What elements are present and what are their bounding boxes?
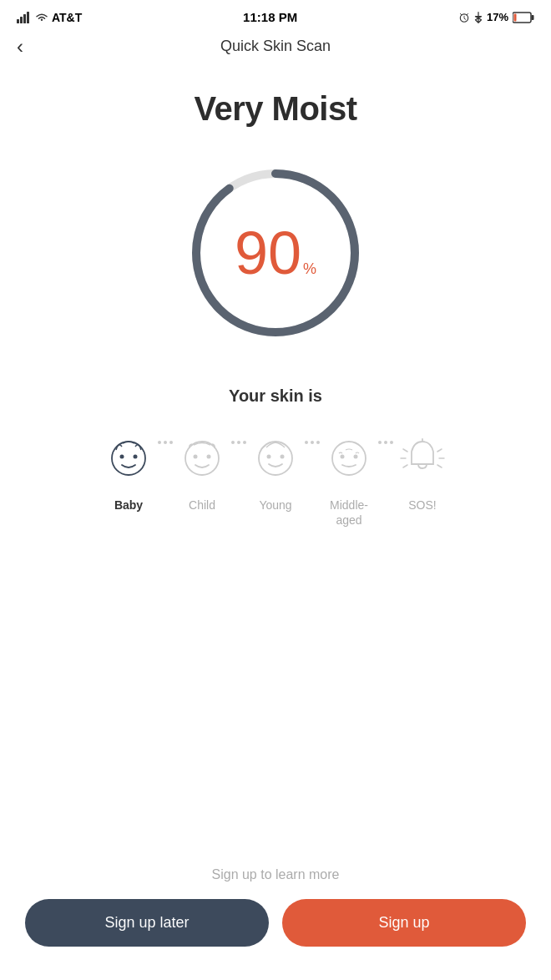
skin-type-sos[interactable]: SOS! [393, 431, 452, 513]
middle-aged-icon [324, 435, 374, 485]
dots-4 [378, 431, 393, 471]
nav-bar: ‹ Quick Skin Scan [0, 31, 551, 65]
svg-rect-2 [23, 14, 26, 23]
skin-type-child[interactable]: Child [173, 431, 231, 513]
page-title: Quick Skin Scan [220, 38, 331, 55]
middle-aged-icon-wrap [320, 431, 378, 489]
svg-point-12 [134, 455, 138, 459]
back-button[interactable]: ‹ [17, 35, 23, 58]
skin-type-baby[interactable]: Baby [99, 431, 158, 513]
status-bar: AT&T 11:18 PM 17% [0, 0, 551, 31]
child-label: Child [189, 498, 215, 513]
sign-up-button[interactable]: Sign up [282, 899, 526, 947]
young-label: Young [259, 498, 291, 513]
signal-icon [17, 12, 32, 23]
skin-types-row: Baby Child [17, 431, 534, 528]
dots-2 [231, 431, 246, 471]
main-content: Very Moist 90 % Your skin is [0, 65, 551, 867]
bluetooth-icon [474, 12, 483, 23]
battery-icon [513, 12, 534, 23]
svg-rect-7 [514, 13, 517, 21]
button-row: Sign up later Sign up [25, 899, 526, 947]
middle-aged-label: Middle-aged [330, 498, 368, 528]
skin-section-label: Your skin is [229, 386, 322, 406]
result-label: Very Moist [194, 90, 356, 128]
gauge-center: 90 % [235, 223, 316, 283]
sos-icon [397, 435, 447, 485]
svg-point-19 [332, 442, 366, 475]
skin-type-middle-aged[interactable]: Middle-aged [320, 431, 378, 528]
sos-icon-wrap [393, 431, 452, 489]
svg-rect-3 [27, 12, 29, 23]
svg-point-21 [354, 455, 358, 459]
skin-type-young[interactable]: Young [246, 431, 305, 513]
svg-point-17 [267, 455, 271, 459]
young-icon [250, 435, 301, 485]
svg-rect-0 [17, 19, 19, 23]
svg-point-13 [185, 442, 219, 475]
svg-rect-1 [20, 17, 23, 23]
status-time: 11:18 PM [243, 10, 297, 24]
sign-up-later-button[interactable]: Sign up later [25, 899, 269, 947]
svg-point-11 [120, 455, 124, 459]
gauge-container: 90 % [184, 161, 367, 345]
signup-hint: Sign up to learn more [212, 867, 340, 882]
gauge-value: 90 [235, 223, 301, 283]
svg-rect-6 [532, 15, 534, 20]
status-carrier: AT&T [17, 11, 82, 24]
svg-point-15 [207, 455, 211, 459]
baby-icon [104, 435, 154, 485]
alarm-icon [458, 12, 470, 23]
signup-section: Sign up to learn more Sign up later Sign… [0, 867, 551, 980]
svg-point-14 [194, 455, 198, 459]
svg-point-18 [281, 455, 285, 459]
status-icons: 17% [458, 11, 534, 23]
dots-1 [158, 431, 173, 471]
svg-point-20 [341, 455, 345, 459]
wifi-icon [35, 12, 48, 23]
child-icon-wrap [173, 431, 231, 489]
baby-icon-wrap [99, 431, 158, 489]
sos-label: SOS! [408, 498, 436, 513]
gauge-unit: % [303, 260, 316, 278]
baby-label: Baby [114, 498, 143, 513]
dots-3 [305, 431, 320, 471]
child-icon [177, 435, 227, 485]
young-icon-wrap [246, 431, 305, 489]
